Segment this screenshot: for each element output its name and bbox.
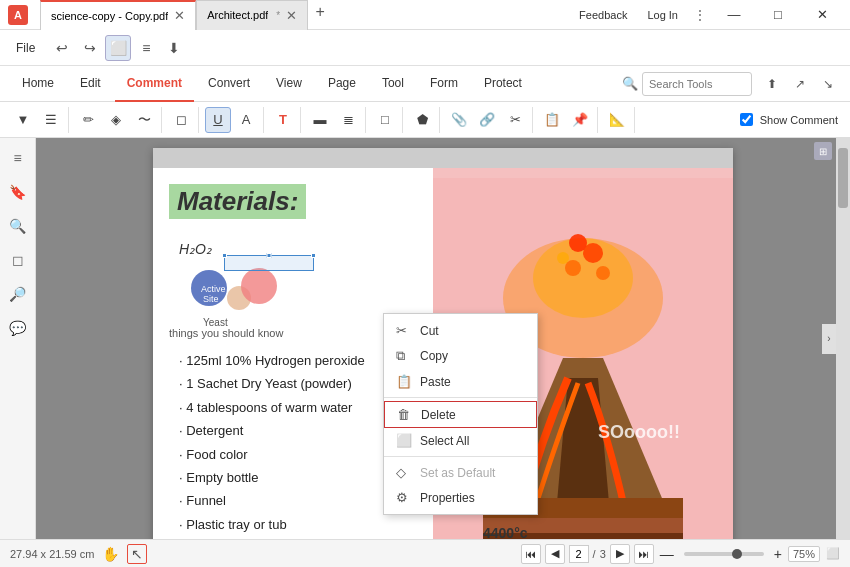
sidebar-search-icon[interactable]: 🔍 <box>6 214 30 238</box>
select-cursor-icon[interactable]: ↖ <box>127 544 147 564</box>
callout-tool-btn[interactable]: ≣ <box>335 107 361 133</box>
link-btn[interactable]: 🔗 <box>474 107 500 133</box>
fit-page-button[interactable]: ⬜ <box>826 547 840 560</box>
tab-protect[interactable]: Protect <box>472 66 534 102</box>
redo-button[interactable]: ↪ <box>77 35 103 61</box>
main-area: ≡ 🔖 🔍 ◻ 🔎 💬 Materials: <box>0 138 850 539</box>
svg-point-17 <box>596 266 610 280</box>
tab-1[interactable]: science-copy - Copy.pdf ✕ <box>40 0 196 30</box>
page-next-button[interactable]: ▶ <box>610 544 630 564</box>
page-first-button[interactable]: ⏮ <box>521 544 541 564</box>
select-dropdown-btn[interactable]: ☰ <box>38 107 64 133</box>
collapse-panel-arrow[interactable]: › <box>822 324 836 354</box>
pen-tool-btn[interactable]: ✏ <box>75 107 101 133</box>
ctx-copy[interactable]: ⧉ Copy <box>384 343 537 369</box>
new-doc-button[interactable]: ⬜ <box>105 35 131 61</box>
textbox-tool-btn[interactable]: ▬ <box>307 107 333 133</box>
tab-home[interactable]: Home <box>10 66 66 102</box>
measure2-btn[interactable]: 📌 <box>567 107 593 133</box>
page-nav: ⏮ ◀ / 3 ▶ ⏭ <box>521 544 654 564</box>
underline-dropdown-btn[interactable]: A <box>233 107 259 133</box>
zoom-slider[interactable] <box>684 552 764 556</box>
file-menu[interactable]: File <box>6 30 45 66</box>
ctx-set-default[interactable]: ◇ Set as Default <box>384 460 537 485</box>
close-button[interactable]: ✕ <box>802 0 842 30</box>
list-item-5: Food color <box>169 443 417 466</box>
minimize-button[interactable]: — <box>714 0 754 30</box>
sidebar-comment-icon[interactable]: 💬 <box>6 316 30 340</box>
tab-convert[interactable]: Convert <box>196 66 262 102</box>
svg-text:Site: Site <box>203 294 219 304</box>
zoom-out-button[interactable]: — <box>660 546 674 562</box>
tab-1-label: science-copy - Copy.pdf <box>51 10 168 22</box>
scroll-bar-right[interactable] <box>836 138 850 539</box>
ctx-select-all[interactable]: ⬜ Select All <box>384 428 537 453</box>
ctx-delete[interactable]: 🗑 Delete <box>384 401 537 428</box>
shape-tool-btn[interactable]: □ <box>372 107 398 133</box>
pdf-viewport: Materials: H₂O₂ Active Site Yeast <box>36 138 850 539</box>
tab-2[interactable]: Architect.pdf * ✕ <box>196 0 308 30</box>
sidebar-pages-icon[interactable]: ◻ <box>6 248 30 272</box>
settings-button[interactable]: ≡ <box>133 35 159 61</box>
titlebar-actions: Feedback Log In ⋮ <box>571 7 710 23</box>
sidebar-zoom-icon[interactable]: 🔎 <box>6 282 30 306</box>
page-last-button[interactable]: ⏭ <box>634 544 654 564</box>
ctx-cut[interactable]: ✂ Cut <box>384 318 537 343</box>
erase-tool-btn[interactable]: ◻ <box>168 107 194 133</box>
maximize-button[interactable]: □ <box>758 0 798 30</box>
cut-label: Cut <box>420 324 439 338</box>
stamp-tool-btn[interactable]: ⬟ <box>409 107 435 133</box>
select-all-label: Select All <box>420 434 469 448</box>
search-tools-input[interactable] <box>642 72 752 96</box>
zoom-in-button[interactable]: + <box>774 546 782 562</box>
set-default-icon: ◇ <box>396 465 412 480</box>
show-comment-check[interactable] <box>740 113 753 126</box>
page-prev-button[interactable]: ◀ <box>545 544 565 564</box>
more-menu-icon[interactable]: ⋮ <box>690 8 710 22</box>
statusbar-left: 27.94 x 21.59 cm ✋ ↖ <box>10 544 147 564</box>
ctx-paste[interactable]: 📋 Paste <box>384 369 537 394</box>
share-icon[interactable]: ⬆ <box>760 72 784 96</box>
scroll-thumb[interactable] <box>838 148 848 208</box>
page-separator: / <box>593 548 596 560</box>
tab-1-close[interactable]: ✕ <box>174 8 185 23</box>
more-button[interactable]: ⬇ <box>161 35 187 61</box>
freehand-tool-btn[interactable]: 〜 <box>131 107 157 133</box>
tab-tool[interactable]: Tool <box>370 66 416 102</box>
cursor-icon[interactable]: ✋ <box>102 546 119 562</box>
panel-icon[interactable]: ⊞ <box>814 142 832 160</box>
tab-form[interactable]: Form <box>418 66 470 102</box>
show-comment-checkbox[interactable]: Show Comment <box>740 113 838 126</box>
feedback-button[interactable]: Feedback <box>571 7 635 23</box>
attach-file-btn[interactable]: 📎 <box>446 107 472 133</box>
new-tab-button[interactable]: + <box>308 0 332 24</box>
expand-icon[interactable]: ↗ <box>788 72 812 96</box>
menubar: File ↩ ↪ ⬜ ≡ ⬇ <box>0 30 850 66</box>
login-button[interactable]: Log In <box>639 7 686 23</box>
text-tool-btn[interactable]: T <box>270 107 296 133</box>
sidebar-menu-icon[interactable]: ≡ <box>6 146 30 170</box>
zoom-level-display[interactable]: 75% <box>788 546 820 562</box>
collapse-icon[interactable]: ↘ <box>816 72 840 96</box>
tab-view[interactable]: View <box>264 66 314 102</box>
titlebar: A science-copy - Copy.pdf ✕ Architect.pd… <box>0 0 850 30</box>
tab-2-close[interactable]: ✕ <box>286 8 297 23</box>
paste-label: Paste <box>420 375 451 389</box>
tab-page[interactable]: Page <box>316 66 368 102</box>
tab-edit[interactable]: Edit <box>68 66 113 102</box>
properties-icon: ⚙ <box>396 490 412 505</box>
ctx-sep-1 <box>384 397 537 398</box>
area-tool-group: 📐 <box>600 107 635 133</box>
ctx-properties[interactable]: ⚙ Properties <box>384 485 537 510</box>
area-btn[interactable]: 📐 <box>604 107 630 133</box>
page-number-input[interactable] <box>569 545 589 563</box>
clip-btn[interactable]: ✂ <box>502 107 528 133</box>
undo-button[interactable]: ↩ <box>49 35 75 61</box>
measure-btn[interactable]: 📋 <box>539 107 565 133</box>
highlighter-tool-btn[interactable]: ◈ <box>103 107 129 133</box>
sidebar-bookmark-icon[interactable]: 🔖 <box>6 180 30 204</box>
tab-comment[interactable]: Comment <box>115 66 194 102</box>
select-tool-btn[interactable]: ▼ <box>10 107 36 133</box>
zoom-thumb[interactable] <box>732 549 742 559</box>
underline-tool-btn[interactable]: U <box>205 107 231 133</box>
